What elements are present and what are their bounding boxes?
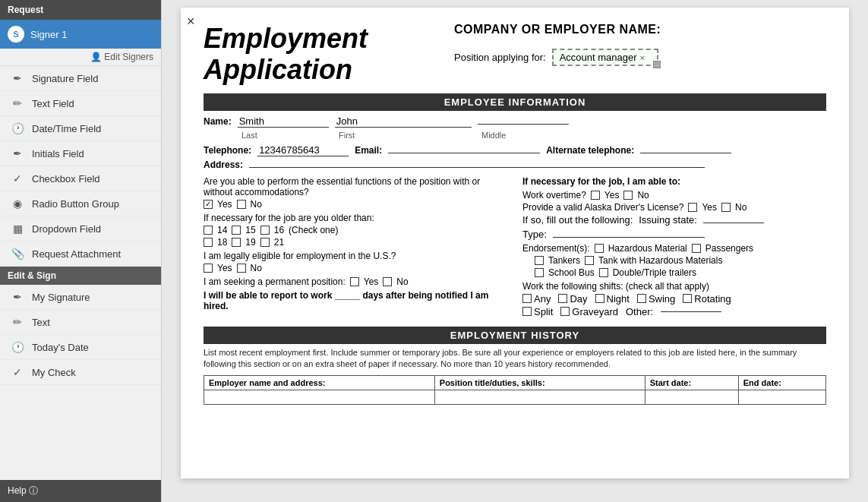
- edit-sign-field-text[interactable]: ✏Text: [0, 310, 161, 335]
- q1-no-label: No: [251, 199, 262, 210]
- double-triple-cb[interactable]: [599, 268, 608, 277]
- swing-cb[interactable]: [637, 294, 646, 303]
- first-label: First: [339, 131, 475, 140]
- doc-title-line1: Employment: [204, 23, 439, 54]
- document-container: × Employment Application COMPANY OR EMPL…: [181, 8, 849, 478]
- age-19-cb[interactable]: [232, 238, 241, 247]
- night-cb[interactable]: [595, 294, 604, 303]
- age-21-cb[interactable]: [260, 238, 270, 247]
- sidebar-field-text-field[interactable]: ✏Text Field: [0, 91, 161, 116]
- sidebar-field-date/time-field[interactable]: 🕐Date/Time Field: [0, 116, 161, 141]
- signer-avatar: S: [8, 26, 24, 43]
- overtime-yes-cb[interactable]: [591, 191, 600, 200]
- alaska-no-cb[interactable]: [721, 203, 731, 212]
- q1-no-checkbox[interactable]: [237, 200, 246, 209]
- age-14-cb[interactable]: [204, 226, 213, 235]
- q3-block: I am legally eligible for employment in …: [204, 251, 507, 273]
- edit-signers-button[interactable]: 👤 Edit Signers: [0, 49, 161, 66]
- edit-signers-label: Edit Signers: [104, 52, 153, 62]
- alt-telephone-label: Alternate telephone:: [546, 145, 634, 156]
- endorsements-row: Endorsement(s): Hazardous Material Passe…: [522, 243, 826, 254]
- sidebar-field-signature-field[interactable]: ✒Signature Field: [0, 66, 161, 91]
- q1-answers: Yes No: [204, 199, 507, 210]
- field-label: Radio Button Group: [32, 198, 119, 210]
- sidebar-field-checkbox-field[interactable]: ✓Checkbox Field: [0, 166, 161, 191]
- position-field[interactable]: Account manager ×: [552, 49, 658, 66]
- address-row: Address:: [204, 159, 826, 170]
- split-cb[interactable]: [522, 307, 532, 316]
- issuing-state-label: Issuing state:: [639, 214, 697, 226]
- shifts-row2: Split Graveyard Other:: [522, 306, 826, 317]
- q1-block: Are you able to perform the essential fu…: [204, 176, 507, 210]
- hazmat-cb[interactable]: [595, 244, 604, 253]
- endorsements-row3: School Bus Double/Triple trailers: [535, 267, 826, 278]
- tankers-cb[interactable]: [535, 256, 544, 265]
- doc-header: Employment Application COMPANY OR EMPLOY…: [204, 23, 826, 86]
- two-col-section: Are you able to perform the essential fu…: [204, 176, 826, 319]
- address-label: Address:: [204, 159, 243, 170]
- q2-ages: 14 15 16 (Check one): [204, 225, 507, 235]
- alaska-row: Provide a valid Alaska Driver's License?…: [522, 202, 826, 213]
- other-value: [661, 311, 721, 312]
- field-label: Initials Field: [32, 148, 84, 159]
- q3-text: I am legally eligible for employment in …: [204, 251, 507, 261]
- any-cb[interactable]: [522, 294, 532, 303]
- alt-telephone-value: [640, 153, 731, 153]
- name-label: Name:: [204, 116, 232, 127]
- other-label: Other:: [626, 306, 653, 317]
- field-icon: ◉: [11, 197, 24, 210]
- employment-history-header: EMPLOYMENT HISTORY: [204, 327, 826, 344]
- check-one-note: (Check one): [289, 225, 338, 235]
- sidebar-field-request-attachment[interactable]: 📎Request Attachment: [0, 242, 161, 267]
- graveyard-cb[interactable]: [560, 307, 570, 316]
- split-shift: Split: [522, 306, 553, 317]
- tank-hazmat-cb[interactable]: [585, 256, 594, 265]
- employer-name-label: COMPANY OR EMPLOYER NAME:: [454, 23, 826, 36]
- close-button[interactable]: ×: [187, 14, 195, 30]
- field-icon: ✒: [11, 71, 24, 85]
- sidebar-header: Request: [0, 0, 161, 20]
- doc-title-line2: Application: [204, 54, 439, 85]
- sidebar-field-radio-button-group[interactable]: ◉Radio Button Group: [0, 191, 161, 216]
- q4-no-cb[interactable]: [383, 277, 392, 286]
- age-18-cb[interactable]: [204, 238, 213, 247]
- overtime-no-cb[interactable]: [623, 191, 633, 200]
- position-field-close[interactable]: ×: [640, 53, 645, 62]
- q4-yes-cb[interactable]: [350, 277, 359, 286]
- age-16-cb[interactable]: [260, 226, 270, 235]
- rotating-cb[interactable]: [683, 294, 692, 303]
- edit-sign-field-my-check[interactable]: ✓My Check: [0, 360, 161, 385]
- alaska-yes-cb[interactable]: [688, 203, 697, 212]
- q1-yes-checkbox[interactable]: [204, 200, 213, 209]
- request-fields-list: ✒Signature Field✏Text Field🕐Date/Time Fi…: [0, 66, 161, 267]
- position-field-resize-handle[interactable]: [653, 61, 661, 68]
- swing-shift: Swing: [637, 293, 675, 305]
- field-icon: ✒: [11, 290, 24, 304]
- emp-col-employer: Employer name and address:: [204, 375, 435, 390]
- signer-item[interactable]: S Signer 1: [0, 20, 161, 49]
- field-icon: 📎: [11, 247, 24, 260]
- edit-sign-field-today's-date[interactable]: 🕐Today's Date: [0, 335, 161, 360]
- left-col: Are you able to perform the essential fu…: [204, 176, 507, 319]
- schoolbus-cb[interactable]: [535, 268, 544, 277]
- field-label: Text: [32, 317, 50, 328]
- last-label: Last: [241, 131, 333, 140]
- day-cb[interactable]: [558, 294, 567, 303]
- field-icon: ✓: [11, 172, 24, 185]
- age-15-cb[interactable]: [232, 226, 241, 235]
- sidebar-field-dropdown-field[interactable]: ▦Dropdown Field: [0, 216, 161, 242]
- fill-label: If so, fill out the following:: [522, 214, 633, 226]
- emp-col-end: End date:: [738, 375, 825, 390]
- first-name-value: John: [335, 115, 472, 128]
- email-label: Email:: [355, 145, 382, 156]
- sidebar-footer: Help ⓘ: [0, 480, 161, 502]
- edit-sign-field-my-signature[interactable]: ✒My Signature: [0, 285, 161, 310]
- passengers-cb[interactable]: [692, 244, 701, 253]
- q2-text: If necessary for the job are you older t…: [204, 213, 507, 223]
- sidebar-field-initials-field[interactable]: ✒Initials Field: [0, 141, 161, 166]
- graveyard-shift: Graveyard: [560, 306, 618, 317]
- position-label: Position applying for:: [454, 52, 546, 63]
- q3-no-cb[interactable]: [237, 264, 246, 273]
- q3-yes-cb[interactable]: [204, 264, 213, 273]
- type-row: Type:: [522, 229, 826, 240]
